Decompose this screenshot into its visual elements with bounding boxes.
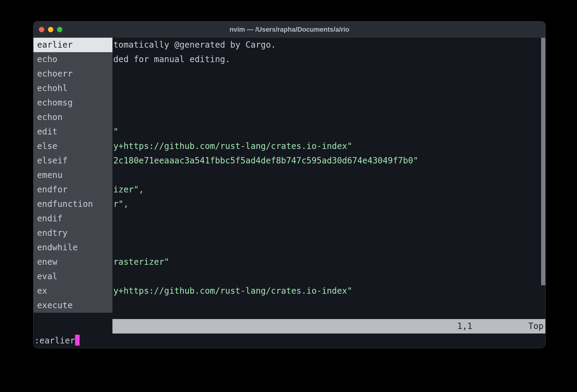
status-line: 1,1 Top: [112, 319, 545, 334]
completion-item[interactable]: endfunction: [33, 197, 112, 211]
editor-line: izer",: [112, 182, 545, 197]
completion-item[interactable]: echoerr: [33, 67, 112, 81]
close-button[interactable]: [39, 27, 44, 32]
editor-line: y+https://github.com/rust-lang/crates.io…: [112, 139, 545, 153]
editor-line: [112, 81, 545, 96]
editor-line: r",: [112, 197, 545, 211]
completion-item[interactable]: emenu: [33, 168, 112, 182]
completion-item[interactable]: execute: [33, 298, 112, 313]
editor-line: [112, 226, 545, 240]
editor-line: [112, 96, 545, 110]
completion-item[interactable]: echo: [33, 52, 112, 67]
titlebar[interactable]: nvim — /Users/rapha/Documents/a/rio: [33, 21, 545, 38]
completion-item[interactable]: enew: [33, 255, 112, 269]
completion-item[interactable]: endfor: [33, 182, 112, 197]
editor-line: 2c180e71eeaaac3a541fbbc5f5ad4def8b747c59…: [112, 153, 545, 168]
editor-line: [112, 269, 545, 284]
window-title: nvim — /Users/rapha/Documents/a/rio: [33, 26, 545, 33]
editor-line: [112, 240, 545, 255]
completion-item[interactable]: ex: [33, 284, 112, 298]
completion-item[interactable]: elseif: [33, 153, 112, 168]
cursor-position: 1,1: [457, 321, 472, 331]
editor-line: ded for manual editing.: [112, 52, 545, 67]
completion-item[interactable]: eval: [33, 269, 112, 284]
content-area: tomatically @generated by Cargo.ded for …: [33, 38, 545, 348]
cursor: [75, 335, 80, 346]
editor-line: tomatically @generated by Cargo.: [112, 38, 545, 52]
completion-item[interactable]: echomsg: [33, 96, 112, 110]
terminal-body[interactable]: tomatically @generated by Cargo.ded for …: [33, 38, 545, 348]
completion-item[interactable]: endif: [33, 211, 112, 226]
completion-item[interactable]: echohl: [33, 81, 112, 96]
completion-popup[interactable]: earlierechoechoerrechohlechomsgechonedit…: [33, 38, 112, 313]
editor-line: rasterizer": [112, 255, 545, 269]
completion-item[interactable]: endtry: [33, 226, 112, 240]
minimize-button[interactable]: [48, 27, 53, 32]
editor-line: [112, 168, 545, 182]
completion-item[interactable]: earlier: [33, 38, 112, 52]
zoom-button[interactable]: [57, 27, 62, 32]
command-line[interactable]: :earlier: [33, 334, 545, 348]
command-text: :earlier: [34, 334, 75, 348]
editor-line: [112, 67, 545, 81]
completion-item[interactable]: endwhile: [33, 240, 112, 255]
completion-item[interactable]: else: [33, 139, 112, 153]
editor-line: y+https://github.com/rust-lang/crates.io…: [112, 284, 545, 298]
editor-line: [112, 110, 545, 125]
terminal-window: nvim — /Users/rapha/Documents/a/rio toma…: [33, 21, 546, 348]
traffic-lights: [39, 27, 62, 32]
editor-line: [112, 211, 545, 226]
editor-line: ": [112, 125, 545, 139]
completion-scrollbar[interactable]: [541, 38, 545, 285]
scroll-position: Top: [528, 321, 544, 331]
completion-item[interactable]: edit: [33, 125, 112, 139]
completion-item[interactable]: echon: [33, 110, 112, 125]
